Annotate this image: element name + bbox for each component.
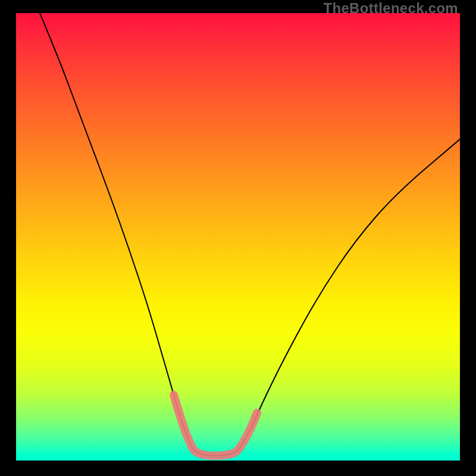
chart-frame: TheBottleneck.com — [0, 0, 476, 476]
bottleneck-curve — [40, 13, 460, 456]
curve-layer — [16, 13, 460, 461]
watermark-text: TheBottleneck.com — [324, 0, 458, 17]
valley-highlight — [174, 395, 257, 456]
